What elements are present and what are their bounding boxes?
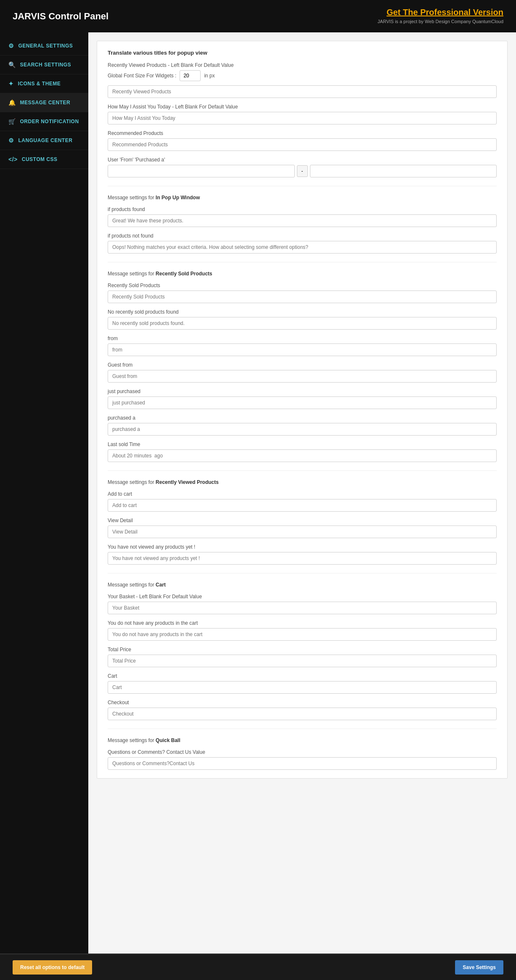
sidebar-item-label: Language Center	[19, 137, 73, 143]
add-to-cart-input[interactable]	[108, 499, 497, 512]
if-products-not-found-label: if products not found	[108, 233, 497, 239]
not-viewed-label: You have not viewed any products yet !	[108, 544, 497, 550]
no-products-cart-input[interactable]	[108, 628, 497, 641]
if-products-found-label: if products found	[108, 206, 497, 212]
your-basket-label: Your Basket - Left Blank For Default Val…	[108, 594, 497, 600]
bell-icon: 🔔	[8, 99, 16, 106]
app-title: JARVIS Control Panel	[13, 11, 108, 22]
last-sold-time-input[interactable]	[108, 449, 497, 462]
total-price-label: Total Price	[108, 647, 497, 652]
how-may-label: How May I Assist You Today - Left Blank …	[108, 104, 497, 110]
save-button[interactable]: Save Settings	[455, 960, 503, 975]
no-recently-sold-label: No recently sold products found	[108, 309, 497, 315]
sidebar-item-language-center[interactable]: ⚙ Language Center	[0, 131, 88, 150]
content-panel: Translate various titles for popup view …	[97, 41, 508, 779]
sidebar-item-order-notification[interactable]: 🛒 Order Notification	[0, 112, 88, 131]
checkout-input[interactable]	[108, 708, 497, 720]
recently-sold-label: Recently Sold Products	[108, 283, 497, 288]
top-bar-right: Get The Professional Version JARVIS is a…	[378, 8, 503, 25]
sidebar-item-label: Order Notification	[20, 119, 79, 124]
top-bar-subtitle: JARVIS is a project by Web Design Compan…	[378, 19, 503, 24]
last-sold-time-label: Last sold Time	[108, 441, 497, 447]
from-input[interactable]	[108, 343, 497, 356]
no-recently-sold-input[interactable]	[108, 317, 497, 330]
sidebar-item-general-settings[interactable]: ⚙ General Settings	[0, 37, 88, 55]
purchased-a-label: purchased a	[108, 415, 497, 421]
not-viewed-input[interactable]	[108, 552, 497, 565]
sidebar-item-label: Search Settings	[20, 62, 71, 68]
sidebar-item-custom-css[interactable]: </> Custom CSS	[0, 150, 88, 169]
search-icon: 🔍	[8, 61, 16, 68]
sidebar-item-search-settings[interactable]: 🔍 Search Settings	[0, 55, 88, 74]
lang-icon: ⚙	[8, 137, 14, 144]
total-price-input[interactable]	[108, 655, 497, 667]
questions-comments-label: Questions or Comments? Contact Us Value	[108, 749, 497, 755]
user-from-input[interactable]	[108, 165, 295, 177]
if-products-found-input[interactable]	[108, 214, 497, 227]
if-products-not-found-input[interactable]	[108, 241, 497, 254]
sidebar-item-label: Message Center	[20, 100, 71, 106]
bottom-bar: Reset all options to default Save Settin…	[0, 954, 516, 980]
recently-sold-section-title: Message settings for Recently Sold Produ…	[108, 271, 497, 277]
code-icon: </>	[8, 156, 18, 163]
top-bar: JARVIS Control Panel Get The Professiona…	[0, 0, 516, 32]
recommended-products-input[interactable]	[108, 138, 497, 151]
user-from-btn[interactable]: -	[297, 165, 308, 177]
cart-icon: 🛒	[8, 118, 16, 125]
just-purchased-input[interactable]	[108, 396, 497, 409]
theme-icon: ✦	[8, 80, 14, 87]
font-size-unit: in px	[204, 73, 214, 79]
user-from-label: User 'From' 'Purchased a'	[108, 157, 497, 163]
just-purchased-label: just purchased	[108, 388, 497, 394]
font-size-label: Global Font Size For Widgets :	[108, 73, 176, 79]
popup-section-title: Message settings for In Pop Up Window	[108, 195, 497, 201]
sidebar-item-icons-theme[interactable]: ✦ Icons & Theme	[0, 74, 88, 93]
view-detail-label: View Detail	[108, 518, 497, 523]
cart-section-title: Message settings for Cart	[108, 582, 497, 588]
from-label: from	[108, 335, 497, 341]
gear-icon: ⚙	[8, 42, 14, 49]
sidebar-item-label: Icons & Theme	[18, 81, 61, 87]
how-may-input[interactable]	[108, 112, 497, 124]
sidebar-item-message-center[interactable]: 🔔 Message Center	[0, 93, 88, 112]
user-from-row: -	[108, 165, 497, 177]
sidebar: ⚙ General Settings 🔍 Search Settings ✦ I…	[0, 32, 88, 954]
purchased-a-input[interactable]	[108, 423, 497, 436]
no-products-cart-label: You do not have any products in the cart	[108, 620, 497, 626]
checkout-label: Checkout	[108, 700, 497, 705]
font-size-row: Global Font Size For Widgets : in px	[108, 70, 497, 81]
your-basket-input[interactable]	[108, 602, 497, 614]
main-layout: ⚙ General Settings 🔍 Search Settings ✦ I…	[0, 32, 516, 954]
content-area: Translate various titles for popup view …	[88, 32, 516, 954]
recently-viewed-input[interactable]	[108, 85, 497, 98]
user-from-input-2[interactable]	[310, 165, 497, 177]
reset-button[interactable]: Reset all options to default	[13, 960, 92, 975]
add-to-cart-label: Add to cart	[108, 491, 497, 497]
sidebar-item-label: Custom CSS	[22, 156, 58, 162]
recently-viewed-label: Recently Viewed Products - Left Blank Fo…	[108, 62, 497, 68]
quick-ball-section-title: Message settings for Quick Ball	[108, 737, 497, 743]
guest-from-label: Guest from	[108, 362, 497, 368]
pro-version-link[interactable]: Get The Professional Version	[378, 8, 503, 17]
cart-label: Cart	[108, 673, 497, 679]
guest-from-input[interactable]	[108, 370, 497, 383]
questions-comments-input[interactable]	[108, 757, 497, 770]
main-heading: Translate various titles for popup view	[108, 50, 497, 56]
cart-input[interactable]	[108, 681, 497, 694]
font-size-input[interactable]	[180, 70, 201, 81]
sidebar-item-label: General Settings	[19, 43, 73, 49]
recently-sold-input[interactable]	[108, 291, 497, 303]
recommended-products-label: Recommended Products	[108, 130, 497, 136]
view-detail-input[interactable]	[108, 526, 497, 538]
recently-viewed-section-title: Message settings for Recently Viewed Pro…	[108, 479, 497, 485]
